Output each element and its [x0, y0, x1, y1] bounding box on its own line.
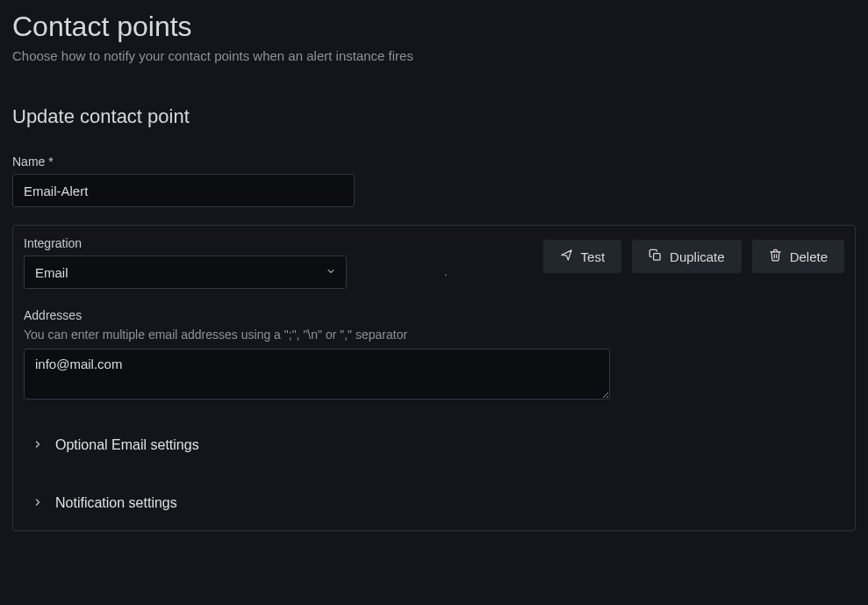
name-field: Name * — [12, 155, 856, 207]
trash-icon — [769, 248, 782, 264]
test-button[interactable]: Test — [543, 240, 622, 273]
delete-button[interactable]: Delete — [752, 240, 844, 273]
optional-email-settings-label: Optional Email settings — [55, 437, 199, 453]
name-input[interactable] — [12, 174, 355, 207]
integration-field: Integration — [24, 236, 347, 289]
addresses-field: Addresses You can enter multiple email a… — [24, 308, 844, 402]
overflow-indicator: . — [444, 247, 448, 278]
addresses-label: Addresses — [24, 308, 844, 322]
optional-email-settings-toggle[interactable]: Optional Email settings — [32, 437, 844, 453]
integration-label: Integration — [24, 236, 347, 250]
chevron-right-icon — [32, 496, 43, 510]
addresses-input[interactable]: info@mail.com — [24, 349, 610, 400]
duplicate-button[interactable]: Duplicate — [632, 240, 742, 273]
page-subtitle: Choose how to notify your contact points… — [12, 48, 856, 63]
integration-panel: Integration . Test Duplicate — [12, 225, 856, 531]
test-button-label: Test — [581, 249, 606, 264]
name-label: Name * — [12, 155, 856, 169]
notification-settings-toggle[interactable]: Notification settings — [32, 495, 844, 511]
chevron-right-icon — [32, 438, 43, 452]
page-title: Contact points — [12, 11, 856, 43]
send-icon — [560, 248, 573, 264]
section-heading: Update contact point — [12, 105, 856, 128]
svg-rect-0 — [654, 254, 661, 261]
duplicate-button-label: Duplicate — [670, 249, 725, 264]
delete-button-label: Delete — [790, 249, 828, 264]
notification-settings-label: Notification settings — [55, 495, 177, 511]
integration-select[interactable] — [24, 256, 347, 289]
action-buttons: Test Duplicate Delete — [543, 236, 844, 273]
copy-icon — [649, 248, 662, 264]
addresses-help-text: You can enter multiple email addresses u… — [24, 328, 844, 342]
